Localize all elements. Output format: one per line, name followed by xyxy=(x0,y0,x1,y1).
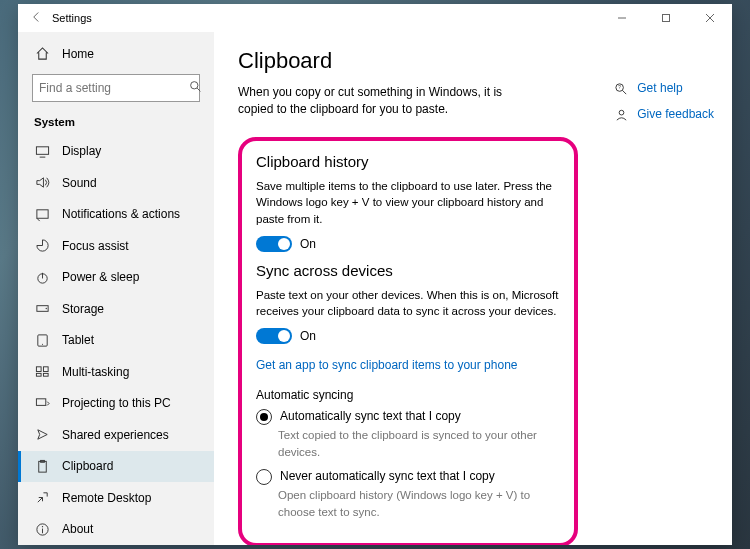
svg-point-17 xyxy=(41,526,42,527)
sidebar-home-label: Home xyxy=(62,47,94,61)
sidebar-category: System xyxy=(18,112,214,136)
sidebar: Home System Display Sound xyxy=(18,32,214,545)
sidebar-item-multitasking[interactable]: Multi-tasking xyxy=(18,356,214,388)
history-desc: Save multiple items to the clipboard to … xyxy=(256,178,560,228)
svg-rect-13 xyxy=(36,399,45,406)
home-icon xyxy=(34,46,50,62)
back-icon[interactable] xyxy=(30,11,48,25)
display-icon xyxy=(34,143,50,159)
sidebar-item-label: Remote Desktop xyxy=(62,491,151,505)
sidebar-item-about[interactable]: About xyxy=(18,514,214,546)
radio-auto-sync-desc: Text copied to the clipboard is synced t… xyxy=(278,427,560,460)
help-column: ? Get help Give feedback xyxy=(613,80,714,122)
get-help-link[interactable]: ? Get help xyxy=(613,80,714,96)
help-icon: ? xyxy=(613,80,629,96)
projecting-icon xyxy=(34,395,50,411)
sidebar-item-sound[interactable]: Sound xyxy=(18,167,214,199)
sidebar-item-label: Tablet xyxy=(62,333,94,347)
focus-icon xyxy=(34,238,50,254)
svg-rect-10 xyxy=(43,367,48,372)
search-field[interactable] xyxy=(39,81,189,95)
sidebar-item-label: Notifications & actions xyxy=(62,207,180,221)
settings-window: Settings Home xyxy=(18,4,732,545)
svg-rect-12 xyxy=(43,374,48,377)
history-title: Clipboard history xyxy=(256,153,560,170)
svg-rect-2 xyxy=(36,147,48,155)
sidebar-item-label: Focus assist xyxy=(62,239,129,253)
svg-rect-0 xyxy=(663,15,670,22)
give-feedback-link[interactable]: Give feedback xyxy=(613,106,714,122)
remote-icon xyxy=(34,490,50,506)
about-icon xyxy=(34,521,50,537)
maximize-button[interactable] xyxy=(644,4,688,32)
sidebar-item-notifications[interactable]: Notifications & actions xyxy=(18,199,214,231)
svg-point-20 xyxy=(619,110,624,115)
sync-toggle[interactable] xyxy=(256,328,292,344)
sync-title: Sync across devices xyxy=(256,262,560,279)
sidebar-item-label: Power & sleep xyxy=(62,270,139,284)
sidebar-item-label: About xyxy=(62,522,93,536)
storage-icon xyxy=(34,301,50,317)
feedback-icon xyxy=(613,106,629,122)
sidebar-item-focus[interactable]: Focus assist xyxy=(18,230,214,262)
radio-never-sync[interactable] xyxy=(256,469,272,485)
sidebar-item-projecting[interactable]: Projecting to this PC xyxy=(18,388,214,420)
radio-never-sync-desc: Open clipboard history (Windows logo key… xyxy=(278,487,560,520)
svg-rect-14 xyxy=(38,461,46,472)
multitask-icon xyxy=(34,364,50,380)
search-icon xyxy=(189,80,202,96)
sidebar-item-label: Display xyxy=(62,144,101,158)
feedback-label: Give feedback xyxy=(637,107,714,121)
radio-auto-sync[interactable] xyxy=(256,409,272,425)
power-icon xyxy=(34,269,50,285)
svg-rect-3 xyxy=(36,210,47,218)
svg-point-8 xyxy=(41,343,42,344)
tablet-icon xyxy=(34,332,50,348)
radio-never-sync-label: Never automatically sync text that I cop… xyxy=(280,468,495,484)
sync-toggle-label: On xyxy=(300,329,316,343)
clipboard-icon xyxy=(34,458,50,474)
page-intro: When you copy or cut something in Window… xyxy=(238,84,538,119)
sidebar-item-clipboard[interactable]: Clipboard xyxy=(18,451,214,483)
sidebar-item-remote[interactable]: Remote Desktop xyxy=(18,482,214,514)
sync-desc: Paste text on your other devices. When t… xyxy=(256,287,560,320)
notifications-icon xyxy=(34,206,50,222)
share-icon xyxy=(34,427,50,443)
page-title: Clipboard xyxy=(238,48,708,74)
svg-rect-11 xyxy=(36,374,41,377)
sidebar-item-label: Storage xyxy=(62,302,104,316)
sidebar-item-display[interactable]: Display xyxy=(18,136,214,168)
svg-point-6 xyxy=(45,308,46,309)
title-bar: Settings xyxy=(18,4,732,32)
history-toggle[interactable] xyxy=(256,236,292,252)
content-pane: Clipboard When you copy or cut something… xyxy=(214,32,732,545)
sound-icon xyxy=(34,175,50,191)
search-input[interactable] xyxy=(32,74,200,102)
sidebar-item-label: Clipboard xyxy=(62,459,113,473)
sidebar-item-shared[interactable]: Shared experiences xyxy=(18,419,214,451)
sidebar-home[interactable]: Home xyxy=(18,38,214,70)
auto-sync-label: Automatic syncing xyxy=(256,388,560,402)
svg-text:?: ? xyxy=(618,85,621,90)
sidebar-item-power[interactable]: Power & sleep xyxy=(18,262,214,294)
highlight-box: Clipboard history Save multiple items to… xyxy=(238,137,578,545)
sidebar-item-label: Sound xyxy=(62,176,97,190)
sync-app-link[interactable]: Get an app to sync clipboard items to yo… xyxy=(256,358,518,372)
sidebar-item-label: Shared experiences xyxy=(62,428,169,442)
help-label: Get help xyxy=(637,81,682,95)
sidebar-item-label: Multi-tasking xyxy=(62,365,129,379)
svg-point-1 xyxy=(191,81,198,88)
history-toggle-label: On xyxy=(300,237,316,251)
minimize-button[interactable] xyxy=(600,4,644,32)
radio-auto-sync-label: Automatically sync text that I copy xyxy=(280,408,461,424)
close-button[interactable] xyxy=(688,4,732,32)
window-title: Settings xyxy=(52,12,92,24)
sidebar-item-tablet[interactable]: Tablet xyxy=(18,325,214,357)
sidebar-item-storage[interactable]: Storage xyxy=(18,293,214,325)
sidebar-item-label: Projecting to this PC xyxy=(62,396,171,410)
svg-rect-9 xyxy=(36,367,41,372)
